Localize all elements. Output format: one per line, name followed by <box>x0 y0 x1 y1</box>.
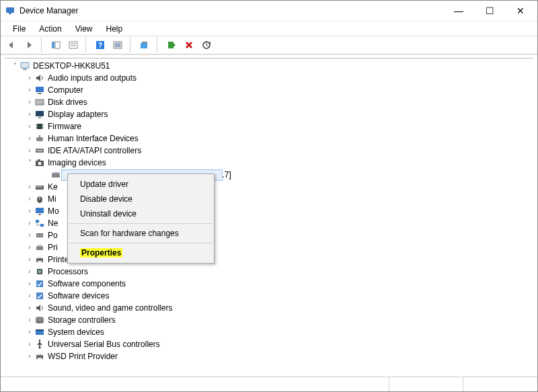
tree-category[interactable]: › Software devices <box>3 290 535 302</box>
svg-rect-36 <box>52 172 59 173</box>
context-menu-item-label: Uninstall device <box>80 209 137 219</box>
expand-arrow-icon[interactable]: › <box>25 217 34 229</box>
network-icon <box>34 218 45 229</box>
expand-arrow-icon[interactable]: › <box>25 72 34 84</box>
expand-arrow-icon[interactable]: › <box>25 132 34 145</box>
context-menu-item[interactable]: Disable device <box>68 192 214 206</box>
tree-category-label: Disk drives <box>48 96 87 108</box>
tree-category[interactable]: › Audio inputs and outputs <box>3 72 535 84</box>
svg-rect-63 <box>36 329 44 331</box>
expand-arrow-icon[interactable]: ˅ <box>10 60 20 72</box>
expand-arrow-icon[interactable]: › <box>25 314 34 326</box>
tree-category[interactable]: › Software components <box>3 278 535 290</box>
tree-category[interactable]: › Storage controllers <box>3 314 535 326</box>
statusbar <box>1 377 537 391</box>
camera-icon <box>34 157 45 168</box>
svg-rect-23 <box>37 124 42 129</box>
expand-arrow-icon[interactable]: › <box>25 205 34 217</box>
help-icon[interactable]: ? <box>92 38 108 52</box>
back-icon[interactable] <box>3 38 20 52</box>
tree-category-label: Firmware <box>48 120 81 132</box>
svg-rect-53 <box>38 256 42 258</box>
usb-icon <box>34 339 45 350</box>
expand-arrow-icon[interactable]: › <box>25 229 34 241</box>
svg-rect-31 <box>37 150 42 151</box>
svg-rect-28 <box>36 137 43 141</box>
minimize-button[interactable]: — <box>443 1 474 21</box>
tree-category[interactable]: › Processors <box>3 266 535 278</box>
context-menu-item[interactable]: Uninstall device <box>68 206 214 221</box>
close-button[interactable]: ✕ <box>505 1 536 21</box>
svg-rect-10 <box>115 43 120 47</box>
tree-root[interactable]: ˅ DESKTOP-HKK8U51 <box>3 60 535 72</box>
tree-category[interactable]: › Firmware <box>3 120 535 132</box>
svg-rect-51 <box>38 244 42 246</box>
expand-arrow-icon[interactable]: › <box>25 145 34 157</box>
svg-rect-65 <box>39 340 40 341</box>
svg-rect-1 <box>9 13 11 14</box>
context-menu-item-label: Update driver <box>80 180 128 189</box>
expand-arrow-icon[interactable]: › <box>25 193 34 205</box>
expand-arrow-icon[interactable]: › <box>25 253 34 266</box>
expand-arrow-icon[interactable]: › <box>25 338 34 350</box>
tree-category[interactable]: › System devices <box>3 326 535 338</box>
enable-icon[interactable] <box>163 38 180 52</box>
context-menu-separator <box>69 243 213 243</box>
expand-arrow-icon[interactable]: › <box>25 302 34 314</box>
status-cell <box>389 377 463 391</box>
scan-hardware-icon[interactable] <box>137 38 153 52</box>
tree-category-label: Storage controllers <box>48 314 116 326</box>
expand-arrow-icon[interactable]: › <box>25 108 34 120</box>
tree-category[interactable]: › Universal Serial Bus controllers <box>3 338 535 350</box>
expand-arrow-icon[interactable]: › <box>25 326 34 338</box>
show-hide-console-tree-icon[interactable] <box>48 38 64 52</box>
tree-category-label: Processors <box>48 266 88 278</box>
tree-category[interactable]: › Disk drives <box>3 96 535 108</box>
svg-rect-58 <box>36 292 43 299</box>
tree-category[interactable]: › Human Interface Devices <box>3 132 535 145</box>
titlebar: Device Manager — ☐ ✕ <box>1 1 537 21</box>
expand-arrow-icon[interactable]: › <box>25 350 34 362</box>
expand-arrow-icon[interactable]: › <box>25 181 34 193</box>
expand-arrow-icon[interactable]: › <box>25 241 34 253</box>
tree-category[interactable]: › IDE ATA/ATAPI controllers <box>3 145 535 157</box>
expand-arrow-icon[interactable]: › <box>25 96 34 108</box>
tree-root-label: DESKTOP-HKK8U51 <box>33 60 110 72</box>
tree-category-label: IDE ATA/ATAPI controllers <box>48 145 141 157</box>
properties-icon[interactable] <box>65 38 81 52</box>
menu-action[interactable]: Action <box>32 22 68 36</box>
tree-category[interactable]: ˅ Imaging devices <box>3 157 535 169</box>
status-cell <box>463 377 537 391</box>
disable-icon[interactable] <box>181 38 197 52</box>
svg-point-48 <box>38 235 39 236</box>
svg-point-20 <box>41 103 42 104</box>
tree-category[interactable]: › Display adapters <box>3 108 535 120</box>
tree-category-label: Audio inputs and outputs <box>48 72 137 84</box>
context-menu-item[interactable]: Scan for hardware changes <box>68 226 214 241</box>
context-menu-item[interactable]: Properties <box>68 245 214 260</box>
forward-icon[interactable] <box>21 38 37 52</box>
tree-category[interactable]: › WSD Print Provider <box>3 350 535 362</box>
expand-arrow-icon[interactable]: › <box>25 278 34 290</box>
sound-icon <box>34 73 45 83</box>
menu-view[interactable]: View <box>69 22 100 36</box>
maximize-button[interactable]: ☐ <box>474 1 505 21</box>
svg-point-64 <box>39 347 41 349</box>
menu-help[interactable]: Help <box>100 22 130 36</box>
expand-arrow-icon[interactable]: › <box>25 290 34 302</box>
context-menu-item-label: Properties <box>80 248 122 258</box>
context-menu-item[interactable]: Update driver <box>68 177 214 192</box>
tree-category-label: Ne <box>48 217 58 229</box>
expand-arrow-icon[interactable]: › <box>25 120 34 132</box>
svg-rect-39 <box>38 186 40 188</box>
menu-file[interactable]: File <box>6 22 32 36</box>
tree-category[interactable]: › Computer <box>3 84 535 96</box>
collapse-arrow-icon[interactable]: ˅ <box>25 157 34 169</box>
refresh-icon[interactable] <box>198 38 215 52</box>
computer-icon <box>34 85 45 95</box>
expand-arrow-icon[interactable]: › <box>25 84 34 96</box>
expand-arrow-icon[interactable]: › <box>25 266 34 278</box>
action-icon[interactable] <box>110 38 126 52</box>
tree-category[interactable]: › Sound, video and game controllers <box>3 302 535 314</box>
tree-category-label: Sound, video and game controllers <box>48 302 172 314</box>
